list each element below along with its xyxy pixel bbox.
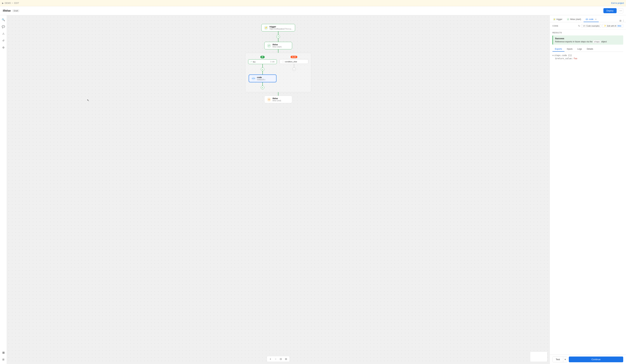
success-text-before: Reference exports in future steps via th…: [555, 40, 592, 43]
sidebar: 🔍 💬 ⚠ ↺ ⚙ ▦ ⊞: [0, 15, 7, 364]
tab-code[interactable]: </> code ✕: [584, 17, 599, 22]
panel-grid-btn[interactable]: ⊞: [619, 19, 622, 22]
return-value-val: foo: [574, 57, 577, 60]
canvas-toolbar: + − ⊡ ⊟: [267, 356, 290, 362]
more-options-button[interactable]: ⋯: [618, 8, 623, 13]
sidebar-icon-grid[interactable]: ⊞: [1, 357, 6, 362]
edit-with-ai-button[interactable]: ✨ Edit with AI Beta: [602, 24, 623, 28]
panel-footer: Test ▾ Continue: [550, 355, 626, 364]
exports-path: steps.code {1}: [554, 54, 572, 57]
trigger-node-sub: https://eot8xjzqkwa77nt.m.p...: [270, 28, 292, 30]
if-connector-3: [262, 82, 263, 86]
if-branch: IF ✓ foo 1 rule +: [248, 56, 277, 89]
results-title: RESULTS: [552, 32, 623, 34]
code-section-actions: ↻ </> Code examples ✨ Edit with AI Beta: [578, 24, 623, 28]
code-node[interactable]: </> code nodejs20.x: [249, 74, 276, 82]
edit-ai-label: Edit with AI: [607, 25, 616, 27]
refresh-button[interactable]: ↻: [578, 25, 580, 27]
exit-to-project-link[interactable]: Exit to project: [611, 2, 624, 4]
else-connector: [294, 64, 294, 67]
canvas-background: ⚡ trigger https://eot8xjzqkwa77nt.m.p...…: [7, 15, 549, 364]
canvas-area[interactable]: ⚡ trigger https://eot8xjzqkwa77nt.m.p...…: [7, 15, 549, 364]
result-tab-details[interactable]: Details: [584, 47, 596, 52]
panel-tabs: ⚡ trigger ✓ ifelse (start) </> code ✕ ⊞ …: [550, 15, 626, 22]
tab-trigger[interactable]: ⚡ trigger: [551, 17, 564, 22]
sidebar-icon-search[interactable]: 🔍: [1, 17, 6, 23]
result-tab-exports[interactable]: Exports: [552, 47, 564, 52]
success-text-after: object: [601, 40, 607, 43]
panel-tab-actions: ⊞ ⋮: [619, 19, 625, 22]
results-section: RESULTS Success Reference exports in fut…: [550, 30, 626, 355]
ifelse-start-node[interactable]: ✓ ifelse ifelse (start): [264, 42, 292, 49]
code-bracket-icon: </>: [583, 25, 586, 27]
breadcrumb-demo[interactable]: DEMO: [5, 2, 11, 4]
zoom-out-button[interactable]: −: [274, 357, 278, 361]
breadcrumb-arrow: ▶: [2, 2, 4, 4]
else-branch: ELSE ◯ condition_else +: [280, 56, 308, 89]
sidebar-icon-layers[interactable]: ▦: [1, 350, 6, 355]
if-connector-1: [262, 64, 263, 67]
workflow-title: if/else: [3, 9, 11, 12]
code-tab-label: code: [589, 18, 593, 21]
else-radio-icon: ◯: [282, 61, 284, 63]
test-dropdown-button[interactable]: ▾: [563, 357, 567, 362]
success-banner: Success Reference exports in future step…: [552, 35, 623, 45]
if-add-btn[interactable]: +: [261, 67, 264, 71]
exports-caret: ▼: [552, 54, 554, 57]
connector-1: [278, 32, 278, 35]
code-icon: </>: [251, 76, 256, 81]
connector-2: [278, 38, 278, 42]
add-btn-1[interactable]: +: [276, 35, 280, 38]
beta-badge: Beta: [617, 25, 622, 27]
code-examples-button[interactable]: </> Code examples: [581, 24, 601, 28]
breadcrumb: ▶ DEMO > EDIT: [2, 2, 19, 4]
sidebar-icon-comment[interactable]: 💬: [1, 24, 6, 30]
panel-more-btn[interactable]: ⋮: [622, 19, 625, 22]
trigger-node[interactable]: ⚡ trigger https://eot8xjzqkwa77nt.m.p...: [261, 24, 295, 32]
ifelse-tab-icon: ✓: [567, 18, 569, 21]
sidebar-icon-settings[interactable]: ⚙: [1, 45, 6, 50]
foo-condition-node[interactable]: ✓ foo 1 rule: [248, 59, 277, 64]
else-condition-name: condition_else: [285, 61, 297, 63]
ifelse-end-node[interactable]: ⊙ ifelse ifelse (end): [264, 96, 292, 103]
breadcrumb-sep1: >: [12, 2, 13, 4]
main-layout: 🔍 💬 ⚠ ↺ ⚙ ▦ ⊞ ⚡ trigger https://eot8xjzq…: [0, 15, 626, 364]
foo-condition-name: foo: [253, 61, 255, 63]
layout-button[interactable]: ⊟: [284, 357, 288, 361]
trigger-tab-icon: ⚡: [553, 18, 555, 21]
code-node-name: code: [257, 76, 265, 79]
ifelse-end-icon: ⊙: [267, 98, 271, 101]
fit-view-button[interactable]: ⊡: [279, 357, 283, 361]
right-panel: ⚡ trigger ✓ ifelse (start) </> code ✕ ⊞ …: [549, 15, 626, 364]
result-tab-inputs[interactable]: Inputs: [564, 47, 575, 52]
continue-button[interactable]: Continue: [569, 357, 623, 362]
code-node-sub: nodejs20.x: [257, 79, 265, 81]
else-condition-node[interactable]: ◯ condition_else: [280, 59, 308, 64]
exports-path-row: ▼ steps.code {1}: [552, 54, 623, 57]
else-label: ELSE: [291, 56, 298, 58]
success-text: Reference exports in future steps via th…: [555, 40, 621, 43]
zoom-in-button[interactable]: +: [268, 357, 273, 361]
deploy-button[interactable]: Deploy: [603, 8, 617, 13]
sidebar-icon-history[interactable]: ↺: [1, 38, 6, 43]
test-button[interactable]: Test: [553, 357, 563, 362]
if-add-btn-2[interactable]: +: [261, 86, 264, 89]
foo-condition-badge: 1 rule: [270, 61, 274, 63]
ifelse-start-name: ifelse: [273, 43, 281, 46]
code-section-header: CODE ↻ </> Code examples ✨ Edit with AI …: [550, 22, 626, 30]
top-bar: ▶ DEMO > EDIT Exit to project: [0, 0, 626, 6]
sidebar-icon-alert[interactable]: ⚠: [1, 31, 6, 36]
else-add-btn[interactable]: +: [292, 67, 296, 71]
ifelse-start-sub: ifelse (start): [273, 46, 281, 48]
trigger-tab-label: trigger: [556, 18, 562, 21]
tab-ifelse-start[interactable]: ✓ ifelse (start): [565, 17, 583, 22]
code-tab-icon: </>: [586, 18, 588, 21]
connector-3: [278, 49, 278, 53]
ai-icon: ✨: [604, 25, 606, 27]
ifelse-start-icon: ✓: [267, 44, 271, 48]
cursor: ↖: [87, 99, 89, 102]
code-tab-close[interactable]: ✕: [595, 18, 597, 21]
trigger-icon: ⚡: [264, 26, 268, 30]
mini-map: [530, 352, 548, 362]
result-tab-logs[interactable]: Logs: [575, 47, 584, 52]
